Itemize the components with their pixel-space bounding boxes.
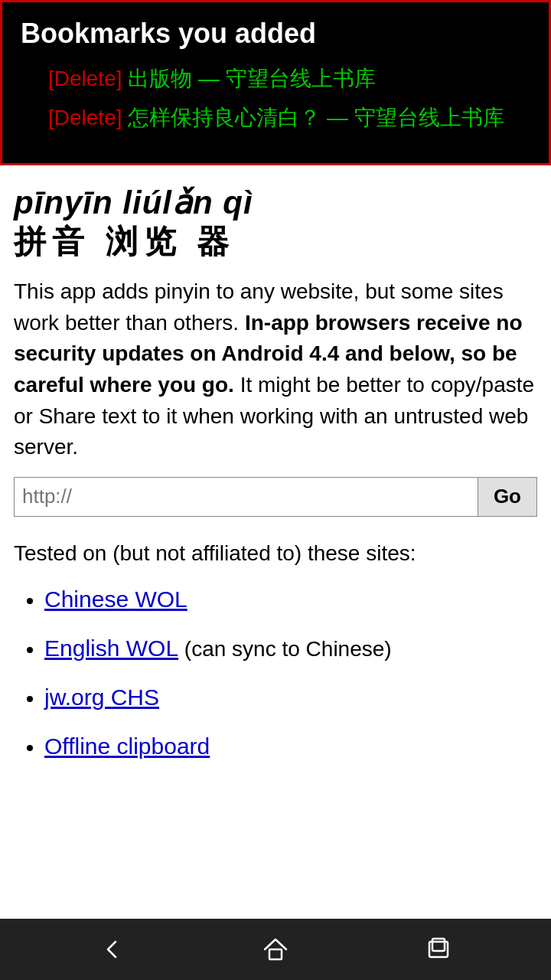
home-icon [262,936,289,963]
site-link-3[interactable]: Offline clipboard [44,733,210,759]
go-button[interactable]: Go [478,477,537,517]
home-button[interactable] [253,926,298,972]
site-link-1[interactable]: English WOL [44,635,178,661]
url-input[interactable] [14,477,478,517]
app-description: This app adds pinyin to any website, but… [14,276,537,463]
svg-rect-0 [269,949,282,959]
recents-button[interactable] [416,926,461,972]
bookmarks-title: Bookmarks you added [21,18,530,50]
bookmarks-list: [Delete] 出版物 — 守望台线上书库 [Delete] 怎样保持良心清白… [21,64,530,132]
list-item: Chinese WOL [44,583,537,616]
list-item: jw.org CHS [44,681,537,714]
recents-icon [425,936,452,963]
app-title-chinese: 拼音 浏览 器 [14,223,537,261]
delete-link-2[interactable]: [Delete] [48,106,122,129]
site-link-2[interactable]: jw.org CHS [44,684,159,710]
list-item: English WOL (can sync to Chinese) [44,632,537,665]
site-suffix-1: (can sync to Chinese) [178,637,392,661]
bookmarks-section: Bookmarks you added [Delete] 出版物 — 守望台线上… [0,0,551,165]
back-button[interactable] [90,926,135,972]
site-link-0[interactable]: Chinese WOL [44,586,187,612]
back-icon [99,936,126,963]
bookmark-link-1[interactable]: 出版物 — 守望台线上书库 [122,67,376,90]
bottom-nav [0,919,551,980]
svg-rect-2 [432,939,445,951]
delete-link-1[interactable]: [Delete] [48,67,122,90]
url-row: Go [14,477,537,517]
main-content: pīnyīn liúlǎn qì 拼音 浏览 器 This app adds p… [0,165,551,919]
tested-on-heading: Tested on (but not affiliated to) these … [14,538,537,568]
list-item: Offline clipboard [44,730,537,763]
list-item: [Delete] 出版物 — 守望台线上书库 [48,64,530,93]
app-title-pinyin: pīnyīn liúlǎn qì [14,184,537,222]
sites-list: Chinese WOL English WOL (can sync to Chi… [14,583,537,763]
bookmark-link-2[interactable]: 怎样保持良心清白？ — 守望台线上书库 [122,106,504,129]
list-item: [Delete] 怎样保持良心清白？ — 守望台线上书库 [48,103,530,132]
